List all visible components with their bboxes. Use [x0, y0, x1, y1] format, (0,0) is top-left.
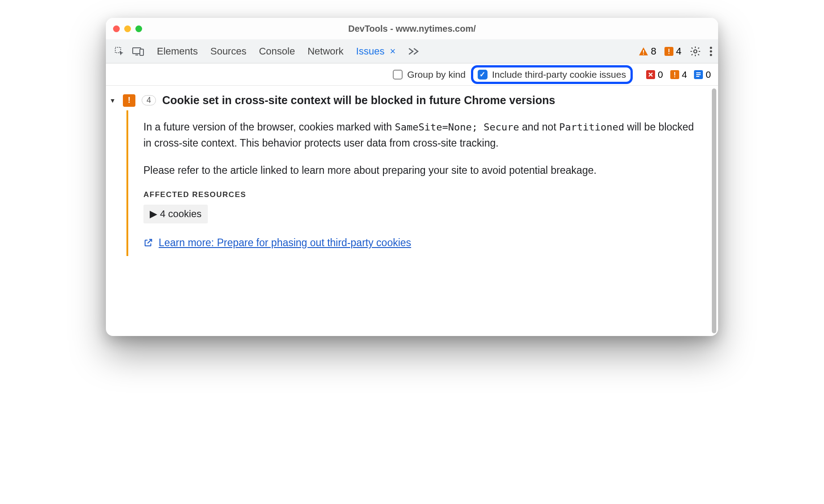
warnings-count[interactable]: 8 — [639, 46, 656, 57]
svg-rect-4 — [643, 54, 644, 55]
svg-point-11 — [710, 54, 712, 56]
toolbar-right: 8 4 — [639, 46, 713, 57]
close-tab-icon[interactable]: × — [390, 46, 396, 57]
disclosure-right-icon: ▶ — [150, 208, 157, 220]
breaking-changes-count[interactable]: 4 — [670, 69, 687, 80]
include-third-party-label: Include third-party cookie issues — [492, 69, 626, 80]
issue-description-2: Please refer to the article linked to le… — [143, 163, 705, 179]
tab-console[interactable]: Console — [259, 46, 295, 57]
external-link-icon — [143, 238, 153, 248]
text-fragment: In a future version of the browser, cook… — [143, 121, 395, 133]
issue-title: Cookie set in cross-site context will be… — [162, 94, 555, 107]
tab-network[interactable]: Network — [307, 46, 344, 57]
svg-rect-2 — [140, 49, 143, 55]
issue-severity-icon: ! — [123, 94, 135, 107]
affected-resource-text: 4 cookies — [160, 208, 202, 220]
tab-elements[interactable]: Elements — [157, 46, 198, 57]
improvements-value: 0 — [706, 69, 711, 80]
issues-panel: ▼ ! 4 Cookie set in cross-site context w… — [106, 86, 718, 336]
svg-rect-15 — [674, 76, 675, 77]
issues-count-value: 4 — [676, 46, 681, 57]
group-by-kind-checkbox[interactable]: Group by kind — [393, 69, 466, 80]
affected-resources-heading: AFFECTED RESOURCES — [143, 190, 705, 199]
tab-sources[interactable]: Sources — [210, 46, 247, 57]
issues-list: ▼ ! 4 Cookie set in cross-site context w… — [106, 86, 718, 336]
code-fragment: SameSite=None; Secure — [395, 122, 519, 133]
page-errors-count[interactable]: 0 — [646, 69, 663, 80]
svg-point-10 — [710, 50, 712, 52]
learn-more-link[interactable]: Learn more: Prepare for phasing out thir… — [159, 237, 411, 249]
text-fragment: and not — [519, 121, 559, 133]
devtools-window: DevTools - www.nytimes.com/ Elements Sou… — [106, 18, 718, 336]
titlebar: DevTools - www.nytimes.com/ — [106, 18, 718, 39]
more-menu-icon[interactable] — [709, 46, 713, 57]
tab-issues-label: Issues — [356, 46, 385, 57]
disclosure-triangle-icon[interactable]: ▼ — [109, 97, 117, 104]
breaking-changes-value: 4 — [682, 69, 687, 80]
close-window-button[interactable] — [113, 25, 120, 32]
page-errors-value: 0 — [658, 69, 663, 80]
warning-triangle-icon — [639, 47, 648, 56]
highlight-annotation: Include third-party cookie issues — [471, 65, 633, 84]
maximize-window-button[interactable] — [135, 25, 142, 32]
svg-rect-18 — [696, 74, 701, 75]
svg-rect-19 — [696, 76, 699, 77]
minimize-window-button[interactable] — [124, 25, 131, 32]
window-title: DevTools - www.nytimes.com/ — [348, 24, 476, 34]
more-tabs-icon[interactable] — [408, 47, 420, 56]
panel-tabs: Elements Sources Console Network Issues … — [157, 46, 420, 57]
issue-description-1: In a future version of the browser, cook… — [143, 119, 705, 151]
issue-square-icon — [664, 47, 673, 56]
checkbox-icon — [393, 70, 403, 80]
code-fragment: Partitioned — [559, 122, 624, 133]
svg-rect-6 — [668, 49, 669, 52]
improvements-count[interactable]: 0 — [694, 69, 711, 80]
improvement-icon — [694, 70, 703, 79]
svg-point-8 — [694, 50, 697, 53]
page-error-icon — [646, 70, 655, 79]
settings-gear-icon[interactable] — [689, 46, 701, 57]
affected-resource-item[interactable]: ▶ 4 cookies — [143, 205, 208, 223]
svg-rect-14 — [674, 72, 675, 76]
checkbox-checked-icon — [478, 70, 488, 80]
svg-rect-17 — [696, 72, 701, 73]
traffic-lights — [113, 25, 142, 32]
issue-body: In a future version of the browser, cook… — [126, 110, 718, 256]
breaking-change-icon — [670, 70, 679, 79]
issues-filter-bar: Group by kind Include third-party cookie… — [106, 63, 718, 86]
include-third-party-checkbox[interactable]: Include third-party cookie issues — [478, 69, 626, 80]
issue-occurrence-count: 4 — [142, 95, 156, 105]
main-toolbar: Elements Sources Console Network Issues … — [106, 39, 718, 63]
inspect-element-icon[interactable] — [111, 43, 127, 59]
issue-kind-counts: 0 4 0 — [646, 69, 711, 80]
svg-point-9 — [710, 46, 712, 49]
learn-more-row: Learn more: Prepare for phasing out thir… — [143, 237, 705, 249]
warnings-count-value: 8 — [651, 46, 656, 57]
svg-rect-7 — [668, 53, 669, 54]
device-toolbar-icon[interactable] — [130, 43, 146, 59]
scrollbar[interactable] — [712, 88, 716, 333]
group-by-kind-label: Group by kind — [407, 69, 466, 80]
issue-header-row[interactable]: ▼ ! 4 Cookie set in cross-site context w… — [106, 90, 718, 110]
svg-rect-3 — [643, 50, 644, 53]
tab-issues[interactable]: Issues × — [356, 46, 396, 57]
issues-count[interactable]: 4 — [664, 46, 681, 57]
